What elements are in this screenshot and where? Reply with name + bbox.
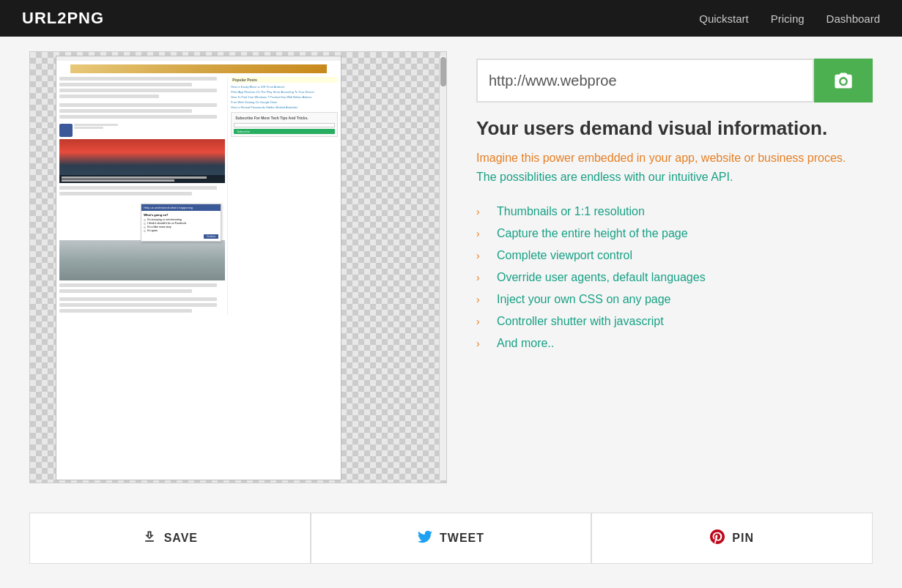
nav-quickstart[interactable]: Quickstart xyxy=(699,12,749,25)
subscribe-box: Subscribe For More Tech Tips And Tricks.… xyxy=(231,112,338,137)
article-image-2 xyxy=(59,240,225,280)
feature-item-2: › Complete viewport control xyxy=(476,245,873,267)
main-nav: Quickstart Pricing Dashboard xyxy=(699,12,880,25)
browser-top-bar xyxy=(56,56,341,61)
url-input[interactable] xyxy=(476,59,814,103)
feature-item-1: › Capture the entire height of the page xyxy=(476,223,873,245)
chat-popup: Help us understand what's happening What… xyxy=(141,204,221,242)
pin-button[interactable]: PIN xyxy=(591,513,873,564)
feature-item-4: › Inject your own CSS on any page xyxy=(476,289,873,310)
pinterest-icon xyxy=(710,529,725,548)
preview-panel: Help us understand what's happening What… xyxy=(29,51,454,483)
chevron-icon-0: › xyxy=(476,206,488,217)
twitter-icon xyxy=(418,529,432,548)
bottom-bar: SAVE TWEET PIN xyxy=(0,513,902,564)
article-image xyxy=(59,139,225,183)
tagline: Imagine this power embedded in your app,… xyxy=(476,149,873,186)
header: URL2PNG Quickstart Pricing Dashboard xyxy=(0,0,902,37)
main-content: Help us understand what's happening What… xyxy=(0,37,902,498)
chevron-icon-1: › xyxy=(476,228,488,239)
chevron-icon-6: › xyxy=(476,338,488,349)
save-button[interactable]: SAVE xyxy=(29,513,311,564)
chevron-icon-4: › xyxy=(476,294,488,305)
right-panel: Your users demand visual information. Im… xyxy=(476,51,873,354)
chevron-icon-2: › xyxy=(476,250,488,261)
nav-dashboard[interactable]: Dashboard xyxy=(827,12,880,25)
feature-item-5: › Controller shutter with javascript xyxy=(476,310,873,332)
nav-pricing[interactable]: Pricing xyxy=(771,12,805,25)
feature-item-3: › Override user agents, default language… xyxy=(476,267,873,289)
feature-item-6: › And more.. xyxy=(476,332,873,354)
feature-text-2: Complete viewport control xyxy=(497,249,632,262)
feature-text-6: And more.. xyxy=(497,337,554,350)
save-label: SAVE xyxy=(164,532,198,545)
chevron-icon-3: › xyxy=(476,272,488,283)
tweet-label: TWEET xyxy=(440,532,484,545)
chevron-icon-5: › xyxy=(476,316,488,327)
screenshot-frame: Help us understand what's happening What… xyxy=(29,51,447,483)
capture-button[interactable] xyxy=(814,59,873,103)
fake-banner xyxy=(70,64,326,73)
features-list: › Thumbnails or 1:1 resolution › Capture… xyxy=(476,201,873,354)
feature-text-5: Controller shutter with javascript xyxy=(497,315,664,328)
tagline-line2: The possiblities are endless with our in… xyxy=(476,171,733,183)
inner-browser: Help us understand what's happening What… xyxy=(56,56,341,480)
main-browser-content: Help us understand what's happening What… xyxy=(59,77,225,315)
browser-sidebar: Popular Posts How to Easily Move to iOS … xyxy=(227,77,338,315)
url-row xyxy=(476,59,873,103)
headline: Your users demand visual information. xyxy=(476,117,873,140)
feature-text-0: Thumbnails or 1:1 resolution xyxy=(497,205,645,218)
tweet-button[interactable]: TWEET xyxy=(311,513,592,564)
pin-label: PIN xyxy=(732,532,754,545)
scrollbar-thumb[interactable] xyxy=(440,57,446,86)
save-icon xyxy=(142,529,157,548)
feature-text-1: Capture the entire height of the page xyxy=(497,227,688,240)
browser-scrollbar[interactable] xyxy=(439,56,446,480)
feature-text-4: Inject your own CSS on any page xyxy=(497,293,670,306)
feature-item-0: › Thumbnails or 1:1 resolution xyxy=(476,201,873,223)
logo: URL2PNG xyxy=(22,9,104,28)
feature-text-3: Override user agents, default languages xyxy=(497,271,706,284)
camera-icon xyxy=(833,70,854,91)
tagline-line1: Imagine this power embedded in your app,… xyxy=(476,152,846,164)
